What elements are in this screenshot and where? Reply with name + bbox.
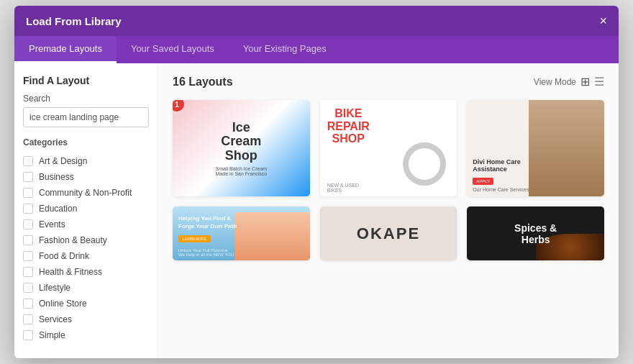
- category-checkbox-health[interactable]: [23, 267, 33, 277]
- view-mode-label: View Mode: [534, 77, 576, 87]
- category-events[interactable]: Events: [23, 217, 149, 232]
- layout-card-homecare[interactable]: Divi Home Care Assistance APPLY Our Home…: [467, 100, 604, 196]
- sidebar-title: Find A Layout: [23, 75, 149, 86]
- modal: Load From Library × Premade Layouts Your…: [14, 6, 619, 358]
- search-label: Search: [23, 94, 149, 104]
- category-checkbox-events[interactable]: [23, 219, 33, 229]
- tabs-bar: Premade Layouts Your Saved Layouts Your …: [14, 36, 619, 63]
- category-business[interactable]: Business: [23, 169, 149, 185]
- layout-preview-ice-cream: IceCreamShop Small Batch Ice CreamMade i…: [173, 100, 310, 196]
- category-checkbox-business[interactable]: [23, 172, 33, 182]
- layout-card-bike[interactable]: BIKEREPAIRSHOP NEW & USEDBIKES Bike Repa…: [320, 100, 457, 196]
- category-services[interactable]: Services: [23, 311, 149, 327]
- close-button[interactable]: ×: [599, 14, 607, 27]
- category-label-education: Education: [39, 204, 77, 214]
- category-label-fashion: Fashion & Beauty: [39, 235, 107, 245]
- category-label-online: Online Store: [39, 299, 87, 309]
- category-label-lifestyle: Lifestyle: [39, 283, 70, 293]
- layout-card-okape[interactable]: OKAPE Okape Landing Page Layout: [320, 206, 457, 260]
- category-label-food: Food & Drink: [39, 251, 89, 261]
- category-checkbox-community[interactable]: [23, 188, 33, 198]
- category-label-health: Health & Fitness: [39, 267, 102, 277]
- view-mode-controls: View Mode ⊞ ☰: [534, 75, 604, 88]
- tab-existing[interactable]: Your Existing Pages: [229, 36, 341, 63]
- category-simple[interactable]: Simple: [23, 327, 149, 343]
- categories-label: Categories: [23, 137, 149, 147]
- category-label-events: Events: [39, 219, 65, 229]
- layout-preview-okape: OKAPE: [320, 206, 457, 260]
- layout-preview-bike: BIKEREPAIRSHOP NEW & USEDBIKES: [320, 100, 457, 196]
- category-health[interactable]: Health & Fitness: [23, 264, 149, 280]
- category-checkbox-services[interactable]: [23, 314, 33, 324]
- layout-preview-spices: Spices &Herbs: [467, 206, 604, 260]
- category-checkbox-education[interactable]: [23, 204, 33, 214]
- category-checkbox-art[interactable]: [23, 156, 33, 166]
- grid-view-icon[interactable]: ⊞: [580, 75, 590, 88]
- main-content: 16 Layouts View Mode ⊞ ☰ 1 IceCreamShop …: [158, 63, 619, 358]
- category-checkbox-fashion[interactable]: [23, 235, 33, 245]
- category-label-services: Services: [39, 314, 72, 324]
- layouts-grid: 1 IceCreamShop Small Batch Ice CreamMade…: [173, 100, 604, 260]
- category-label-community: Community & Non-Profit: [39, 188, 132, 198]
- category-food[interactable]: Food & Drink: [23, 248, 149, 264]
- list-view-icon[interactable]: ☰: [594, 75, 604, 88]
- category-label-business: Business: [39, 172, 74, 182]
- category-label-art: Art & Design: [39, 156, 87, 166]
- category-education[interactable]: Education: [23, 201, 149, 217]
- sidebar: Find A Layout Search Categories Art & De…: [14, 63, 158, 358]
- category-checkbox-online[interactable]: [23, 299, 33, 309]
- category-art[interactable]: Art & Design: [23, 153, 149, 169]
- category-checkbox-food[interactable]: [23, 251, 33, 261]
- layout-preview-career: Helping You Find &Forge Your Own Path LE…: [173, 206, 310, 260]
- category-lifestyle[interactable]: Lifestyle: [23, 280, 149, 296]
- search-input[interactable]: [23, 107, 149, 127]
- category-checkbox-lifestyle[interactable]: [23, 283, 33, 293]
- layouts-count: 16 Layouts: [173, 76, 233, 88]
- category-checkbox-simple[interactable]: [23, 330, 33, 340]
- category-label-simple: Simple: [39, 330, 65, 340]
- modal-title: Load From Library: [26, 15, 122, 27]
- content-header: 16 Layouts View Mode ⊞ ☰: [173, 75, 604, 88]
- tab-saved[interactable]: Your Saved Layouts: [117, 36, 229, 63]
- layout-card-spices[interactable]: Spices &Herbs Spices & Herbs Landing Pag…: [467, 206, 604, 260]
- modal-body: Find A Layout Search Categories Art & De…: [14, 63, 619, 358]
- category-online[interactable]: Online Store: [23, 296, 149, 311]
- category-community[interactable]: Community & Non-Profit: [23, 185, 149, 201]
- tab-premade[interactable]: Premade Layouts: [14, 36, 117, 63]
- layout-card-ice-cream[interactable]: 1 IceCreamShop Small Batch Ice CreamMade…: [173, 100, 310, 196]
- layout-preview-homecare: Divi Home Care Assistance APPLY Our Home…: [467, 100, 604, 196]
- layout-card-career[interactable]: Helping You Find &Forge Your Own Path LE…: [173, 206, 310, 260]
- modal-header: Load From Library ×: [14, 6, 619, 36]
- category-fashion[interactable]: Fashion & Beauty: [23, 232, 149, 248]
